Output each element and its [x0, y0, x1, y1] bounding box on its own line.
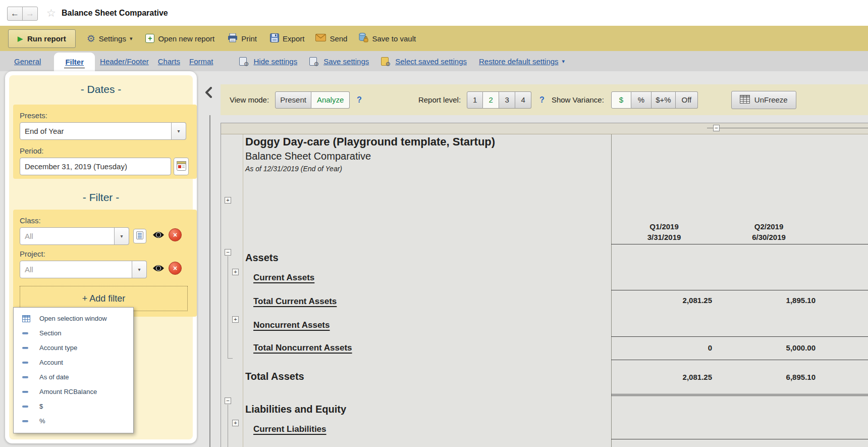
row-current-liabilities[interactable]: Current Liabilities [253, 424, 327, 434]
project-dropdown-button[interactable]: ▾ [132, 261, 147, 278]
menu-item-open-selection-window[interactable]: Open selection window [14, 311, 133, 326]
class-dropdown-button[interactable]: ▾ [114, 227, 129, 245]
tree-guide-line [228, 256, 228, 359]
back-button[interactable]: ← [7, 7, 23, 21]
list-icon [136, 231, 143, 241]
variance-percent-button[interactable]: % [631, 91, 652, 109]
favorite-star-icon[interactable]: ☆ [46, 7, 56, 19]
tree-guide-elbow [228, 358, 233, 359]
expand-current-assets-box[interactable]: + [232, 269, 239, 275]
menu-item-dollar[interactable]: $ [14, 399, 133, 414]
expand-header-box[interactable]: + [225, 197, 231, 204]
report-level-4-button[interactable]: 4 [515, 91, 531, 109]
collapse-liabilities-box[interactable]: − [225, 398, 231, 404]
save-gear-icon: ⚙ [309, 57, 317, 66]
plus-icon: + [145, 34, 154, 43]
save-settings-link[interactable]: ⚙ Save settings [309, 57, 369, 66]
expand-current-liabilities-box[interactable]: + [232, 420, 239, 426]
period-input[interactable]: December 31, 2019 (Tuesday) [20, 158, 171, 175]
hide-settings-link[interactable]: ⚙ Hide settings [239, 57, 297, 66]
save-to-vault-button[interactable]: Save to vault [358, 33, 416, 44]
export-button[interactable]: Export [270, 33, 304, 44]
project-combobox[interactable]: All ▾ [20, 261, 147, 278]
report-grid-header-strip [221, 123, 868, 134]
presets-label: Presets: [20, 111, 47, 120]
column-group-line [707, 128, 868, 128]
back-icon: ← [11, 9, 19, 18]
menu-item-percent[interactable]: % [14, 414, 133, 428]
project-visibility-eye-icon[interactable] [152, 264, 165, 274]
row-total-assets: Total Assets [245, 371, 304, 382]
tab-filter[interactable]: Filter [65, 58, 84, 66]
tab-format[interactable]: Format [189, 57, 213, 66]
row-total-current-assets[interactable]: Total Current Assets [253, 296, 337, 307]
row-noncurrent-assets[interactable]: Noncurrent Assets [253, 320, 330, 330]
settings-button[interactable]: ⚙ Settings ▾ [87, 33, 133, 44]
grand-total-double-rule [611, 394, 868, 396]
report-level-label: Report level: [418, 95, 461, 104]
presets-dropdown-button[interactable]: ▾ [171, 122, 186, 140]
variance-dollar-button[interactable]: $ [611, 91, 631, 109]
view-mode-label: View mode: [230, 95, 269, 104]
show-variance-label: Show Variance: [552, 95, 604, 104]
chevron-down-icon: ▾ [177, 128, 180, 134]
table-grid-icon [22, 315, 39, 322]
tab-general[interactable]: General [14, 57, 41, 66]
menu-item-account-type[interactable]: Account type [14, 340, 133, 355]
send-button[interactable]: Send [315, 34, 347, 43]
view-mode-present-button[interactable]: Present [275, 91, 311, 109]
run-report-button[interactable]: ▶ Run report [8, 29, 76, 48]
total-noncurrent-assets-q1: 0 [611, 343, 712, 352]
freeze-grid-icon [740, 95, 750, 105]
menu-item-account[interactable]: Account [14, 355, 133, 370]
main-toolbar: ▶ Run report ⚙ Settings ▾ + Open new rep… [0, 26, 868, 51]
menu-item-section[interactable]: Section [14, 326, 133, 340]
forward-button[interactable]: → [22, 7, 38, 21]
page-title: Balance Sheet Comparative [62, 9, 168, 18]
row-total-noncurrent-assets[interactable]: Total Noncurrent Assets [253, 343, 352, 353]
menu-item-amount-rcbalance[interactable]: Amount RCBalance [14, 384, 133, 399]
variance-dollar-percent-button[interactable]: $+% [652, 91, 676, 109]
view-mode-analyze-button[interactable]: Analyze [311, 91, 350, 109]
row-liabilities-and-equity: Liabilities and Equity [245, 404, 346, 415]
subtotal-rule [611, 336, 868, 337]
settings-tab-bar: General Filter Header/Footer Charts Form… [0, 51, 868, 71]
presets-select[interactable]: End of Year ▾ [20, 122, 186, 140]
chevron-down-icon: ▾ [562, 58, 565, 65]
report-level-2-button[interactable]: 2 [483, 91, 499, 109]
expand-noncurrent-assets-box[interactable]: + [232, 316, 239, 323]
report-level-3-button[interactable]: 3 [499, 91, 515, 109]
period-calendar-button[interactable] [174, 158, 189, 175]
report-level-1-button[interactable]: 1 [467, 91, 483, 109]
collapse-assets-box[interactable]: − [225, 249, 231, 256]
tab-header-footer[interactable]: Header/Footer [100, 57, 149, 66]
project-remove-button[interactable]: × [169, 262, 182, 275]
select-saved-settings-link[interactable]: ⚙ Select saved settings [381, 57, 467, 66]
total-assets-q1: 2,081.25 [611, 373, 712, 381]
section-rule [611, 439, 868, 439]
unfreeze-button[interactable]: UnFreeze [731, 91, 796, 109]
menu-item-as-of-date[interactable]: As of date [14, 370, 133, 384]
column-group-collapse-box[interactable]: − [713, 125, 720, 131]
variance-off-button[interactable]: Off [676, 91, 698, 109]
open-new-report-button[interactable]: + Open new report [145, 34, 214, 43]
dates-box: Presets: End of Year ▾ Period: December … [13, 105, 197, 179]
class-list-button[interactable] [133, 229, 146, 243]
dash-icon [22, 406, 39, 408]
dash-icon [22, 347, 39, 349]
restore-default-settings-link[interactable]: Restore default settings ▾ [479, 57, 565, 66]
row-current-assets[interactable]: Current Assets [253, 273, 314, 283]
panel-splitter[interactable] [209, 115, 210, 447]
view-mode-help-icon[interactable]: ? [357, 95, 362, 105]
dash-icon [22, 420, 39, 422]
tab-charts[interactable]: Charts [158, 57, 180, 66]
class-remove-button[interactable]: × [169, 228, 182, 241]
envelope-icon [315, 34, 326, 43]
report-level-help-icon[interactable]: ? [539, 95, 545, 105]
class-combobox[interactable]: All ▾ [20, 227, 129, 245]
dash-icon [22, 332, 39, 334]
print-button[interactable]: Print [228, 33, 257, 44]
collapse-panel-chevron-icon[interactable] [204, 87, 214, 99]
dash-icon [22, 391, 39, 393]
class-visibility-eye-icon[interactable] [152, 231, 165, 241]
